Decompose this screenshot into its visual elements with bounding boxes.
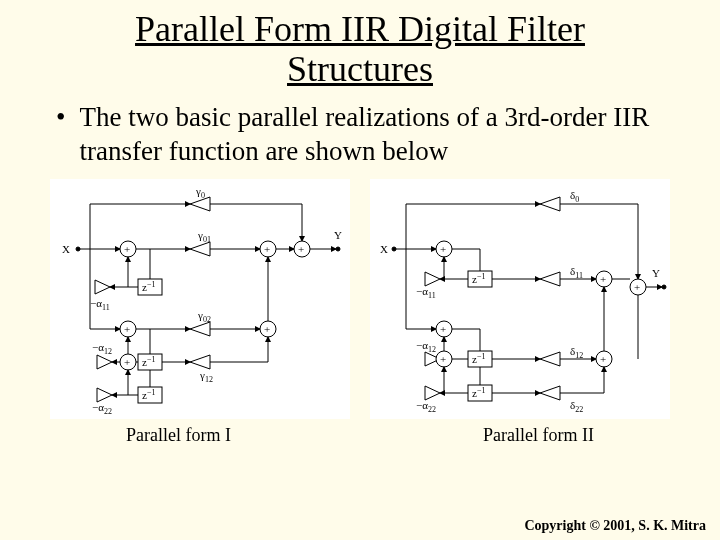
svg-text:δ11: δ11 (570, 265, 583, 280)
svg-text:γ12: γ12 (199, 369, 213, 384)
svg-marker-43 (97, 355, 112, 369)
svg-text:+: + (124, 323, 130, 335)
copyright-notice: Copyright © 2001, S. K. Mitra (524, 518, 706, 534)
svg-marker-33 (190, 322, 210, 336)
page-title: Parallel Form IIR Digital Filter Structu… (0, 0, 720, 89)
svg-text:+: + (440, 323, 446, 335)
svg-text:+: + (124, 356, 130, 368)
diagram-parallel-form-2: X δ0 + z−1 −α11 (370, 179, 670, 419)
svg-text:+: + (298, 243, 304, 255)
diagram-row: X γ0 + γ01 + (0, 179, 720, 419)
label-x2: X (380, 243, 388, 255)
caption-row: Parallel form I Parallel form II (0, 425, 720, 446)
svg-marker-118 (540, 386, 560, 400)
caption-form-1: Parallel form I (126, 425, 231, 446)
svg-marker-13 (190, 242, 210, 256)
svg-marker-77 (425, 272, 440, 286)
svg-text:+: + (440, 243, 446, 255)
svg-text:+: + (264, 323, 270, 335)
svg-text:+: + (124, 243, 130, 255)
svg-marker-27 (95, 280, 110, 294)
svg-text:δ12: δ12 (570, 345, 583, 360)
svg-point-22 (336, 247, 340, 251)
svg-marker-114 (425, 386, 440, 400)
label-y: Y (334, 229, 342, 241)
svg-text:−α22: −α22 (92, 401, 112, 416)
title-line-2: Structures (287, 49, 433, 89)
label-x: X (62, 243, 70, 255)
svg-text:γ01: γ01 (197, 229, 211, 244)
svg-text:+: + (600, 273, 606, 285)
svg-text:+: + (264, 243, 270, 255)
svg-text:−α12: −α12 (92, 341, 112, 356)
svg-text:+: + (600, 353, 606, 365)
svg-marker-63 (540, 197, 560, 211)
svg-text:−α11: −α11 (416, 285, 436, 300)
bullet-text: The two basic parallel realizations of a… (79, 101, 680, 169)
bullet-list: • The two basic parallel realizations of… (0, 89, 720, 169)
svg-marker-81 (540, 272, 560, 286)
svg-text:δ22: δ22 (570, 399, 583, 414)
svg-text:δ0: δ0 (570, 189, 579, 204)
svg-marker-57 (97, 388, 112, 402)
diagram-parallel-form-1: X γ0 + γ01 + (50, 179, 350, 419)
svg-point-90 (662, 285, 666, 289)
svg-marker-49 (190, 355, 210, 369)
bullet-dot: • (56, 101, 65, 169)
title-line-1: Parallel Form IIR Digital Filter (135, 9, 585, 49)
bullet-item: • The two basic parallel realizations of… (56, 101, 680, 169)
label-y2: Y (652, 267, 660, 279)
svg-text:γ0: γ0 (195, 185, 205, 200)
svg-text:−α11: −α11 (90, 297, 110, 312)
svg-text:+: + (440, 353, 446, 365)
svg-marker-104 (540, 352, 560, 366)
svg-text:+: + (634, 281, 640, 293)
svg-text:γ02: γ02 (197, 309, 211, 324)
svg-text:−α22: −α22 (416, 399, 436, 414)
caption-form-2: Parallel form II (483, 425, 594, 446)
svg-text:−α12: −α12 (416, 339, 436, 354)
